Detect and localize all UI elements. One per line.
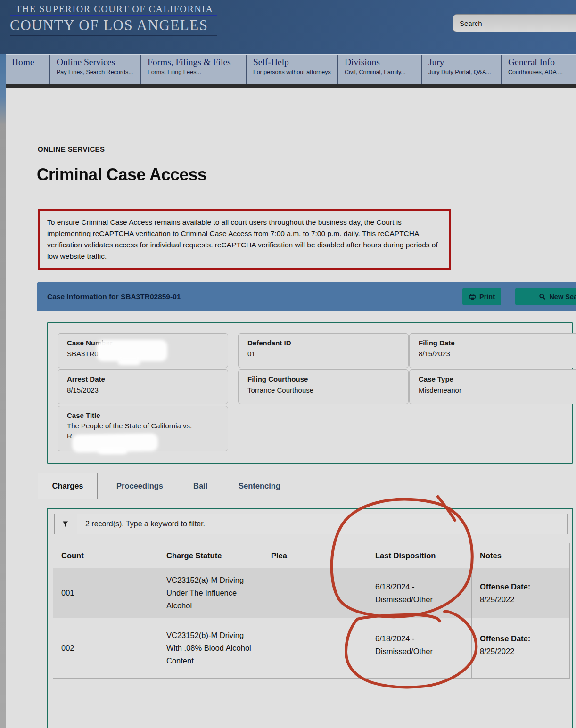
print-button[interactable]: Print <box>462 288 501 305</box>
notes-label: Offense Date: <box>480 634 530 643</box>
nav-item-online-services[interactable]: Online Services Pay Fines, Search Record… <box>50 55 141 84</box>
field-label: Filing Courthouse <box>247 375 399 383</box>
site-header: THE SUPERIOR COURT OF CALIFORNIA COUNTY … <box>0 0 576 54</box>
notes-label: Offense Date: <box>480 582 530 591</box>
col-charge-statute: Charge Statute <box>158 543 263 568</box>
notes-value: 8/25/2022 <box>480 647 514 655</box>
field-label: Filing Date <box>419 339 570 347</box>
cell-notes: Offense Date: 8/25/2022 <box>472 618 570 679</box>
nav-item-label: General Info <box>508 57 576 67</box>
nav-item-general-info[interactable]: General Info Courthouses, ADA ... <box>502 55 576 84</box>
left-edge-strip <box>0 54 6 728</box>
cell-count: 002 <box>53 618 158 679</box>
col-notes: Notes <box>472 543 570 568</box>
col-plea: Plea <box>263 543 367 568</box>
cell-count: 001 <box>53 568 158 618</box>
field-label: Case Type <box>419 375 570 383</box>
site-logo-line1: THE SUPERIOR COURT OF CALIFORNIA <box>16 4 214 15</box>
nav-item-label: Forms, Filings & Files <box>148 57 246 67</box>
field-arrest-date: Arrest Date 8/15/2023 <box>58 369 228 404</box>
nav-item-label: Home <box>12 57 49 67</box>
search-icon <box>539 293 546 300</box>
field-case-type: Case Type Misdemeanor <box>409 369 576 404</box>
field-label: Defendant ID <box>247 339 399 347</box>
cell-plea <box>263 618 367 679</box>
new-search-button[interactable]: New Search <box>515 288 576 305</box>
nav-item-label: Jury <box>428 57 501 67</box>
tab-proceedings[interactable]: Proceedings <box>116 473 163 499</box>
cell-charge: VC23152(b)-M Driving With .08% Blood Alc… <box>158 618 263 679</box>
filter-icon-box <box>54 514 76 534</box>
page-title: Criminal Case Access <box>37 165 206 185</box>
nav-item-jury[interactable]: Jury Jury Duty Portal, Q&A... <box>422 55 502 84</box>
nav-item-label: Divisions <box>345 57 421 67</box>
charges-panel: Count Charge Statute Plea Last Dispositi… <box>47 508 573 728</box>
nav-item-sublabel: Pay Fines, Search Records... <box>57 69 140 75</box>
nav-item-label: Self-Help <box>253 57 337 67</box>
nav-item-label: Online Services <box>57 57 140 67</box>
nav-item-sublabel: Jury Duty Portal, Q&A... <box>428 69 501 75</box>
table-header-row: Count Charge Statute Plea Last Dispositi… <box>53 543 570 568</box>
col-last-disposition: Last Disposition <box>367 543 472 568</box>
nav-item-sublabel: Forms, Filing Fees... <box>148 69 246 75</box>
printer-icon <box>469 293 476 301</box>
cell-disposition: 6/18/2024 - Dismissed/Other <box>367 568 472 618</box>
field-value: Misdemeanor <box>419 385 570 395</box>
tab-charges[interactable]: Charges <box>38 473 98 499</box>
table-row: 002 VC23152(b)-M Driving With .08% Blood… <box>53 618 570 679</box>
table-row: 001 VC23152(a)-M Driving Under The Influ… <box>53 568 570 618</box>
field-label: Arrest Date <box>67 375 219 383</box>
site-logo-line2: COUNTY OF LOS ANGELES <box>10 17 208 34</box>
redaction-blob-case-title-tail <box>98 448 127 454</box>
redaction-blob-case-number-tail <box>118 359 140 365</box>
breadcrumb: ONLINE SERVICES <box>38 145 105 153</box>
nav-bottom-bar <box>6 84 576 88</box>
nav-item-self-help[interactable]: Self-Help For persons without attorneys <box>247 55 338 84</box>
search-input[interactable] <box>453 14 576 32</box>
field-value: 01 <box>247 349 399 359</box>
field-filing-date: Filing Date 8/15/2023 <box>409 333 576 368</box>
recaptcha-notice: To ensure Criminal Case Access remains a… <box>38 209 451 270</box>
cell-plea <box>263 568 367 618</box>
nav-item-sublabel: Civil, Criminal, Family... <box>345 69 421 75</box>
main-nav: Home Online Services Pay Fines, Search R… <box>6 54 576 84</box>
case-info-header: Case Information for SBA3TR02859-01 Prin… <box>37 282 576 311</box>
criminal-case-access-page: THE SUPERIOR COURT OF CALIFORNIA COUNTY … <box>0 0 576 728</box>
filter-icon <box>61 520 69 528</box>
nav-item-sublabel: For persons without attorneys <box>253 69 337 75</box>
field-filing-courthouse: Filing Courthouse Torrance Courthouse <box>238 369 409 404</box>
print-button-label: Print <box>479 293 495 301</box>
field-value: The People of the State of California vs… <box>67 421 219 431</box>
notes-value: 8/25/2022 <box>480 595 514 604</box>
nav-item-sublabel: Courthouses, ADA ... <box>508 69 576 75</box>
col-count: Count <box>53 543 158 568</box>
field-label: Case Title <box>67 411 219 419</box>
field-value: 8/15/2023 <box>67 385 219 395</box>
cell-notes: Offense Date: 8/25/2022 <box>472 568 570 618</box>
charges-table: Count Charge Statute Plea Last Dispositi… <box>53 543 570 679</box>
new-search-button-label: New Search <box>549 293 576 301</box>
logo-underline-2 <box>10 35 217 36</box>
tab-sentencing[interactable]: Sentencing <box>239 473 280 499</box>
nav-item-divisions[interactable]: Divisions Civil, Criminal, Family... <box>338 55 422 84</box>
field-value: 8/15/2023 <box>419 349 570 359</box>
tab-bail[interactable]: Bail <box>193 473 207 499</box>
cell-disposition: 6/18/2024 - Dismissed/Other <box>367 618 472 679</box>
case-info-title: Case Information for SBA3TR02859-01 <box>47 282 181 311</box>
field-defendant-id: Defendant ID 01 <box>238 333 409 368</box>
field-value: Torrance Courthouse <box>247 385 399 395</box>
keyword-filter-input[interactable] <box>77 514 568 534</box>
cell-charge: VC23152(a)-M Driving Under The Influence… <box>158 568 263 618</box>
nav-item-home[interactable]: Home <box>6 55 50 84</box>
logo-underline <box>10 15 217 16</box>
nav-item-forms-filings-files[interactable]: Forms, Filings & Files Forms, Filing Fee… <box>141 55 247 84</box>
